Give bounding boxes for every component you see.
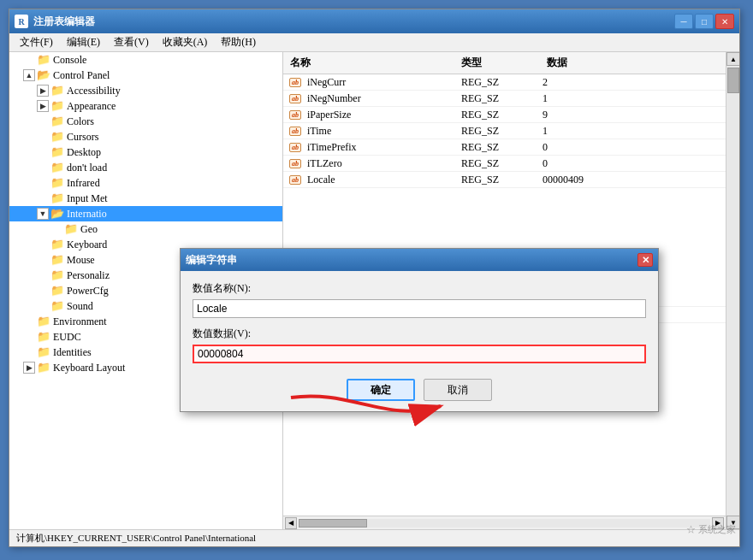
ok-button[interactable]: 确定 — [347, 379, 415, 401]
watermark: ☆ 系统之家 — [686, 523, 736, 536]
col-header-data: 数据 — [540, 54, 726, 72]
window-controls: ─ □ ✕ — [674, 14, 734, 29]
name-input[interactable] — [193, 299, 646, 318]
dialog-title-bar: 编辑字符串 ✕ — [181, 249, 658, 271]
tree-node-infrared[interactable]: 📁 Infrared — [9, 175, 282, 191]
table-row[interactable]: ab Locale REG_SZ 00000409 — [283, 172, 726, 188]
cancel-button[interactable]: 取消 — [424, 379, 492, 401]
name-label: 数值名称(N): — [193, 281, 646, 296]
scrollbar-track — [726, 66, 739, 516]
edit-string-dialog: 编辑字符串 ✕ 数值名称(N): 数值数据(V): 确定 取消 — [180, 248, 659, 412]
dialog-title: 编辑字符串 — [186, 253, 637, 268]
maximize-button[interactable]: □ — [695, 14, 714, 29]
tree-node-dont-load[interactable]: 📁 don't load — [9, 160, 282, 175]
tree-node-cursors[interactable]: 📁 Cursors — [9, 129, 282, 144]
tree-node-geo[interactable]: 📁 Geo — [9, 221, 282, 237]
table-row[interactable]: ab iTLZero REG_SZ 0 — [283, 156, 726, 172]
table-row[interactable]: ab iNegCurr REG_SZ 2 — [283, 74, 726, 91]
scrollbar-thumb[interactable] — [299, 519, 367, 528]
tree-node-appearance[interactable]: ▶ 📁 Appearance — [9, 98, 282, 114]
tree-node-desktop[interactable]: 📁 Desktop — [9, 144, 282, 160]
menu-view[interactable]: 查看(V) — [107, 33, 156, 51]
column-headers: 名称 类型 数据 — [283, 52, 726, 74]
col-header-name: 名称 — [283, 54, 454, 72]
close-button[interactable]: ✕ — [715, 14, 734, 29]
scrollbar-track — [299, 519, 710, 528]
menu-help[interactable]: 帮助(H) — [214, 33, 263, 51]
tree-node-console[interactable]: 📁 Console — [9, 52, 282, 68]
status-text: 计算机\HKEY_CURRENT_USER\Control Panel\Inte… — [16, 532, 256, 545]
dialog-close-button[interactable]: ✕ — [637, 253, 653, 267]
dialog-footer: 确定 取消 — [193, 379, 646, 401]
table-row[interactable]: ab iTimePrefix REG_SZ 0 — [283, 139, 726, 156]
scroll-left-btn[interactable]: ◀ — [285, 517, 297, 529]
scrollbar-thumb[interactable] — [727, 68, 739, 93]
app-icon: R — [15, 15, 28, 28]
tree-node-control-panel[interactable]: ▲ 📂 Control Panel — [9, 68, 282, 83]
tree-node-input-met[interactable]: 📁 Input Met — [9, 191, 282, 206]
menu-bar: 文件(F) 编辑(E) 查看(V) 收藏夹(A) 帮助(H) — [9, 33, 739, 52]
menu-favorites[interactable]: 收藏夹(A) — [156, 33, 215, 51]
status-bar: 计算机\HKEY_CURRENT_USER\Control Panel\Inte… — [9, 529, 739, 546]
tree-node-colors[interactable]: 📁 Colors — [9, 114, 282, 129]
minimize-button[interactable]: ─ — [674, 14, 693, 29]
dialog-body: 数值名称(N): 数值数据(V): 确定 取消 — [181, 271, 658, 411]
table-row[interactable]: ab iTime REG_SZ 1 — [283, 123, 726, 139]
table-row[interactable]: ab iPaperSize REG_SZ 9 — [283, 107, 726, 123]
title-bar: R 注册表编辑器 ─ □ ✕ — [9, 9, 739, 33]
horizontal-scrollbar[interactable]: ◀ ▶ — [283, 516, 726, 529]
menu-edit[interactable]: 编辑(E) — [60, 33, 107, 51]
table-row[interactable]: ab iNegNumber REG_SZ 1 — [283, 91, 726, 107]
scroll-up-btn[interactable]: ▲ — [726, 52, 739, 66]
data-input[interactable] — [193, 345, 646, 363]
col-header-type: 类型 — [454, 54, 540, 72]
vertical-scrollbar[interactable]: ▲ ▼ — [726, 52, 739, 529]
window-title: 注册表编辑器 — [33, 15, 674, 29]
data-label: 数值数据(V): — [193, 327, 646, 341]
menu-file[interactable]: 文件(F) — [13, 33, 60, 51]
tree-node-accessibility[interactable]: ▶ 📁 Accessibility — [9, 83, 282, 98]
tree-node-international[interactable]: ▼ 📂 Internatio — [9, 206, 282, 221]
